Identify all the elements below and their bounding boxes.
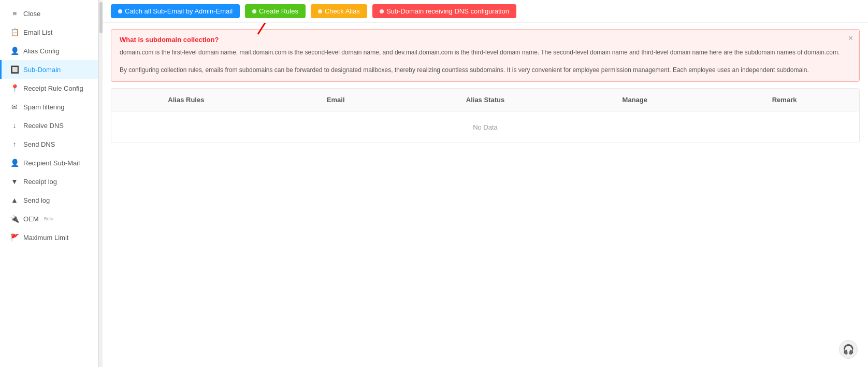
sidebar-item-oem[interactable]: 🔌 OEM Beta <box>0 209 98 228</box>
check-alias-dot-icon <box>318 9 322 13</box>
sidebar-label-close: Close <box>23 10 40 18</box>
sidebar-label-receipt-rule-config: Receipt Rule Config <box>23 84 83 92</box>
catch-all-button[interactable]: Catch all Sub-Email by Admin-Email <box>111 4 240 18</box>
scroll-track[interactable] <box>98 0 103 367</box>
sidebar-item-recipient-sub-mail[interactable]: 👤 Recipient Sub-Mail <box>0 153 98 172</box>
send-log-icon: ▲ <box>10 196 19 204</box>
sidebar-label-oem: OEM <box>23 215 39 223</box>
sub-domain-dns-dot-icon <box>380 9 384 13</box>
sidebar-label-spam-filtering: Spam filtering <box>23 103 64 111</box>
table-body: No Data <box>111 111 859 143</box>
check-alias-button[interactable]: Check Alias <box>311 4 367 18</box>
email-list-icon: 📋 <box>10 28 19 36</box>
catch-all-label: Catch all Sub-Email by Admin-Email <box>125 7 233 15</box>
recipient-sub-mail-icon: 👤 <box>10 159 19 167</box>
info-box-text-1: domain.com is the first-level domain nam… <box>120 48 851 58</box>
sidebar-item-receive-dns[interactable]: ↓ Receive DNS <box>0 116 98 135</box>
sidebar-label-email-list: Email List <box>23 29 52 36</box>
sidebar-item-send-log[interactable]: ▲ Send log <box>0 191 98 209</box>
receipt-log-icon: ▼ <box>10 177 19 186</box>
main-content: Catch all Sub-Email by Admin-EmailCreate… <box>103 0 868 367</box>
maximum-limit-icon: 🚩 <box>10 233 19 242</box>
create-rules-dot-icon <box>252 9 256 13</box>
sidebar-label-sub-domain: Sub-Domain <box>23 66 61 74</box>
oem-icon: 🔌 <box>10 215 19 223</box>
sidebar-label-maximum-limit: Maximum Limit <box>23 234 68 242</box>
info-box: What is subdomain collection? domain.com… <box>111 29 860 82</box>
oem-badge: Beta <box>44 216 54 221</box>
table-col-remark: Remark <box>710 94 859 106</box>
receive-dns-icon: ↓ <box>10 121 19 130</box>
content-area: What is subdomain collection? domain.com… <box>103 23 868 367</box>
sub-domain-icon: 🔲 <box>10 65 19 74</box>
info-section: What is subdomain collection? domain.com… <box>103 29 868 82</box>
headset-icon: 🎧 <box>843 344 854 355</box>
sidebar-item-send-dns[interactable]: ↑ Send DNS <box>0 135 98 153</box>
sidebar-label-receipt-log: Receipt log <box>23 178 57 186</box>
check-alias-label: Check Alias <box>325 7 360 15</box>
sidebar-item-email-list[interactable]: 📋 Email List <box>0 23 98 41</box>
table-col-alias-status: Alias Status <box>411 94 560 106</box>
sidebar-item-maximum-limit[interactable]: 🚩 Maximum Limit <box>0 228 98 247</box>
close-icon: ≡ <box>10 9 19 18</box>
table-header: Alias RulesEmailAlias StatusManageRemark <box>111 89 859 111</box>
sidebar: ≡ Close 📋 Email List 👤 Alias Config 🔲 Su… <box>0 0 98 367</box>
info-box-close-button[interactable]: × <box>848 34 853 43</box>
info-box-title: What is subdomain collection? <box>120 36 851 44</box>
sidebar-label-send-log: Send log <box>23 196 50 204</box>
alias-config-icon: 👤 <box>10 47 19 55</box>
receipt-rule-config-icon: 📍 <box>10 84 19 92</box>
sidebar-item-spam-filtering[interactable]: ✉ Spam filtering <box>0 97 98 116</box>
create-rules-label: Create Rules <box>259 7 298 15</box>
sidebar-item-receipt-log[interactable]: ▼ Receipt log <box>0 172 98 191</box>
catch-all-dot-icon <box>118 9 122 13</box>
sidebar-item-receipt-rule-config[interactable]: 📍 Receipt Rule Config <box>0 79 98 97</box>
toolbar: Catch all Sub-Email by Admin-EmailCreate… <box>103 0 868 23</box>
info-box-text-2: By configuring collection rules, emails … <box>120 65 851 75</box>
sidebar-label-alias-config: Alias Config <box>23 47 59 55</box>
create-rules-button[interactable]: Create Rules <box>245 4 306 18</box>
table-col-email: Email <box>261 94 411 106</box>
spam-filtering-icon: ✉ <box>10 103 19 111</box>
sub-domain-dns-label: Sub-Domain receiving DNS configuration <box>386 7 509 15</box>
sub-domain-dns-button[interactable]: Sub-Domain receiving DNS configuration <box>372 4 516 18</box>
sidebar-item-close[interactable]: ≡ Close <box>0 4 98 23</box>
scroll-thumb[interactable] <box>99 2 103 33</box>
data-table: Alias RulesEmailAlias StatusManageRemark… <box>111 88 860 143</box>
support-icon-button[interactable]: 🎧 <box>839 340 858 359</box>
sidebar-item-sub-domain[interactable]: 🔲 Sub-Domain <box>0 60 98 79</box>
sidebar-item-alias-config[interactable]: 👤 Alias Config <box>0 41 98 60</box>
table-col-manage: Manage <box>560 94 710 106</box>
sidebar-label-receive-dns: Receive DNS <box>23 122 64 130</box>
table-col-alias-rules: Alias Rules <box>111 94 261 106</box>
sidebar-label-send-dns: Send DNS <box>23 140 55 148</box>
sidebar-label-recipient-sub-mail: Recipient Sub-Mail <box>23 159 80 167</box>
send-dns-icon: ↑ <box>10 140 19 148</box>
empty-data-text: No Data <box>473 123 498 131</box>
